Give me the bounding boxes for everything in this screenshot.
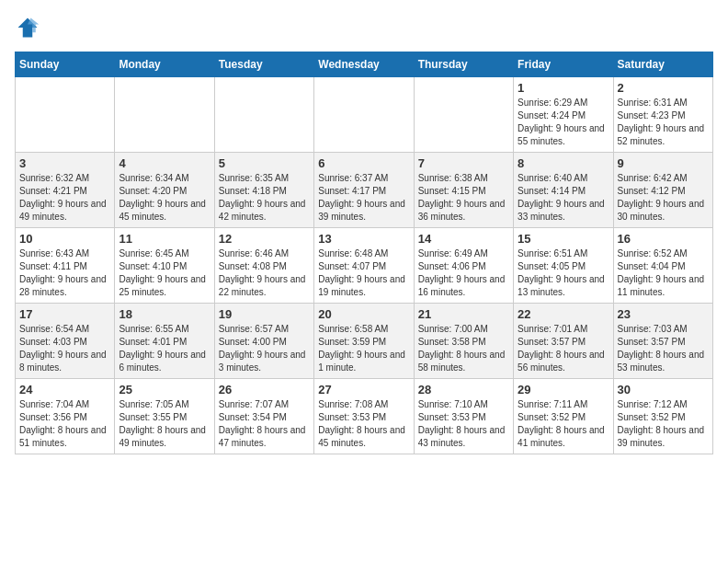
calendar-cell [414, 77, 513, 153]
weekday-header: Friday [514, 52, 613, 77]
calendar-table: SundayMondayTuesdayWednesdayThursdayFrid… [15, 52, 713, 454]
day-number: 2 [618, 81, 709, 95]
day-info: Sunrise: 6:43 AM Sunset: 4:11 PM Dayligh… [19, 247, 110, 299]
calendar-cell: 9Sunrise: 6:42 AM Sunset: 4:12 PM Daylig… [613, 153, 712, 228]
day-info: Sunrise: 6:48 AM Sunset: 4:07 PM Dayligh… [318, 247, 409, 299]
day-info: Sunrise: 7:03 AM Sunset: 3:57 PM Dayligh… [618, 323, 709, 374]
day-info: Sunrise: 7:05 AM Sunset: 3:55 PM Dayligh… [119, 398, 210, 450]
day-info: Sunrise: 6:40 AM Sunset: 4:14 PM Dayligh… [518, 172, 609, 224]
page-header [15, 15, 713, 40]
day-number: 25 [119, 383, 210, 396]
day-info: Sunrise: 7:00 AM Sunset: 3:58 PM Dayligh… [418, 323, 509, 374]
day-number: 29 [518, 383, 609, 396]
day-info: Sunrise: 6:35 AM Sunset: 4:18 PM Dayligh… [219, 172, 310, 224]
day-number: 12 [219, 232, 310, 246]
calendar-cell: 10Sunrise: 6:43 AM Sunset: 4:11 PM Dayli… [16, 228, 115, 304]
day-info: Sunrise: 6:34 AM Sunset: 4:20 PM Dayligh… [119, 172, 210, 224]
calendar-cell: 30Sunrise: 7:12 AM Sunset: 3:52 PM Dayli… [613, 379, 712, 454]
day-number: 16 [618, 232, 709, 246]
day-info: Sunrise: 6:29 AM Sunset: 4:24 PM Dayligh… [518, 97, 609, 148]
day-info: Sunrise: 7:08 AM Sunset: 3:53 PM Dayligh… [318, 398, 409, 450]
calendar-cell: 24Sunrise: 7:04 AM Sunset: 3:56 PM Dayli… [16, 379, 115, 454]
day-number: 20 [318, 307, 409, 321]
day-info: Sunrise: 6:42 AM Sunset: 4:12 PM Dayligh… [618, 172, 709, 224]
day-number: 19 [219, 307, 310, 321]
day-number: 27 [318, 383, 409, 396]
day-number: 6 [318, 156, 409, 170]
day-number: 18 [119, 307, 210, 321]
day-info: Sunrise: 6:49 AM Sunset: 4:06 PM Dayligh… [418, 247, 509, 299]
calendar-week-row: 10Sunrise: 6:43 AM Sunset: 4:11 PM Dayli… [16, 228, 713, 304]
calendar-cell: 6Sunrise: 6:37 AM Sunset: 4:17 PM Daylig… [314, 153, 414, 228]
weekday-header: Saturday [613, 52, 712, 77]
calendar-cell: 3Sunrise: 6:32 AM Sunset: 4:21 PM Daylig… [16, 153, 115, 228]
day-number: 10 [19, 232, 110, 246]
calendar-cell: 29Sunrise: 7:11 AM Sunset: 3:52 PM Dayli… [514, 379, 613, 454]
calendar-cell: 2Sunrise: 6:31 AM Sunset: 4:23 PM Daylig… [613, 77, 712, 153]
day-info: Sunrise: 6:58 AM Sunset: 3:59 PM Dayligh… [318, 323, 409, 374]
day-info: Sunrise: 6:57 AM Sunset: 4:00 PM Dayligh… [219, 323, 310, 374]
day-number: 28 [418, 383, 509, 396]
calendar-header-row: SundayMondayTuesdayWednesdayThursdayFrid… [16, 52, 713, 77]
calendar-cell: 5Sunrise: 6:35 AM Sunset: 4:18 PM Daylig… [214, 153, 313, 228]
calendar-cell: 22Sunrise: 7:01 AM Sunset: 3:57 PM Dayli… [514, 304, 613, 379]
day-number: 7 [418, 156, 509, 170]
day-number: 1 [518, 81, 609, 95]
day-info: Sunrise: 7:07 AM Sunset: 3:54 PM Dayligh… [219, 398, 310, 450]
calendar-cell: 21Sunrise: 7:00 AM Sunset: 3:58 PM Dayli… [414, 304, 513, 379]
day-number: 24 [19, 383, 110, 396]
day-number: 8 [518, 156, 609, 170]
calendar-cell: 18Sunrise: 6:55 AM Sunset: 4:01 PM Dayli… [115, 304, 214, 379]
calendar-cell: 17Sunrise: 6:54 AM Sunset: 4:03 PM Dayli… [16, 304, 115, 379]
day-info: Sunrise: 7:11 AM Sunset: 3:52 PM Dayligh… [518, 398, 609, 450]
day-info: Sunrise: 7:04 AM Sunset: 3:56 PM Dayligh… [19, 398, 110, 450]
calendar-cell: 12Sunrise: 6:46 AM Sunset: 4:08 PM Dayli… [214, 228, 313, 304]
calendar-cell: 20Sunrise: 6:58 AM Sunset: 3:59 PM Dayli… [314, 304, 414, 379]
calendar-cell: 7Sunrise: 6:38 AM Sunset: 4:15 PM Daylig… [414, 153, 513, 228]
calendar-week-row: 3Sunrise: 6:32 AM Sunset: 4:21 PM Daylig… [16, 153, 713, 228]
calendar-cell: 27Sunrise: 7:08 AM Sunset: 3:53 PM Dayli… [314, 379, 414, 454]
calendar-cell: 11Sunrise: 6:45 AM Sunset: 4:10 PM Dayli… [115, 228, 214, 304]
logo [15, 15, 44, 40]
day-info: Sunrise: 6:52 AM Sunset: 4:04 PM Dayligh… [618, 247, 709, 299]
calendar-cell [214, 77, 313, 153]
day-info: Sunrise: 6:31 AM Sunset: 4:23 PM Dayligh… [618, 97, 709, 148]
calendar-cell: 8Sunrise: 6:40 AM Sunset: 4:14 PM Daylig… [514, 153, 613, 228]
day-number: 3 [19, 156, 110, 170]
weekday-header: Monday [115, 52, 214, 77]
day-info: Sunrise: 6:55 AM Sunset: 4:01 PM Dayligh… [119, 323, 210, 374]
day-info: Sunrise: 6:54 AM Sunset: 4:03 PM Dayligh… [19, 323, 110, 374]
day-number: 11 [119, 232, 210, 246]
day-number: 26 [219, 383, 310, 396]
weekday-header: Thursday [414, 52, 513, 77]
day-number: 14 [418, 232, 509, 246]
day-info: Sunrise: 7:10 AM Sunset: 3:53 PM Dayligh… [418, 398, 509, 450]
day-number: 30 [618, 383, 709, 396]
day-number: 21 [418, 307, 509, 321]
weekday-header: Tuesday [214, 52, 313, 77]
calendar-cell: 19Sunrise: 6:57 AM Sunset: 4:00 PM Dayli… [214, 304, 313, 379]
calendar-cell [314, 77, 414, 153]
calendar-cell: 25Sunrise: 7:05 AM Sunset: 3:55 PM Dayli… [115, 379, 214, 454]
calendar-week-row: 1Sunrise: 6:29 AM Sunset: 4:24 PM Daylig… [16, 77, 713, 153]
day-info: Sunrise: 6:45 AM Sunset: 4:10 PM Dayligh… [119, 247, 210, 299]
calendar-cell: 23Sunrise: 7:03 AM Sunset: 3:57 PM Dayli… [613, 304, 712, 379]
calendar-cell: 4Sunrise: 6:34 AM Sunset: 4:20 PM Daylig… [115, 153, 214, 228]
calendar-cell: 16Sunrise: 6:52 AM Sunset: 4:04 PM Dayli… [613, 228, 712, 304]
day-info: Sunrise: 7:12 AM Sunset: 3:52 PM Dayligh… [618, 398, 709, 450]
day-number: 22 [518, 307, 609, 321]
day-info: Sunrise: 6:37 AM Sunset: 4:17 PM Dayligh… [318, 172, 409, 224]
day-info: Sunrise: 6:38 AM Sunset: 4:15 PM Dayligh… [418, 172, 509, 224]
calendar-cell: 15Sunrise: 6:51 AM Sunset: 4:05 PM Dayli… [514, 228, 613, 304]
calendar-cell: 26Sunrise: 7:07 AM Sunset: 3:54 PM Dayli… [214, 379, 313, 454]
day-number: 15 [518, 232, 609, 246]
day-info: Sunrise: 6:51 AM Sunset: 4:05 PM Dayligh… [518, 247, 609, 299]
day-number: 5 [219, 156, 310, 170]
day-number: 9 [618, 156, 709, 170]
calendar-cell: 1Sunrise: 6:29 AM Sunset: 4:24 PM Daylig… [514, 77, 613, 153]
day-number: 13 [318, 232, 409, 246]
weekday-header: Wednesday [314, 52, 414, 77]
day-info: Sunrise: 6:46 AM Sunset: 4:08 PM Dayligh… [219, 247, 310, 299]
calendar-cell: 28Sunrise: 7:10 AM Sunset: 3:53 PM Dayli… [414, 379, 513, 454]
weekday-header: Sunday [16, 52, 115, 77]
